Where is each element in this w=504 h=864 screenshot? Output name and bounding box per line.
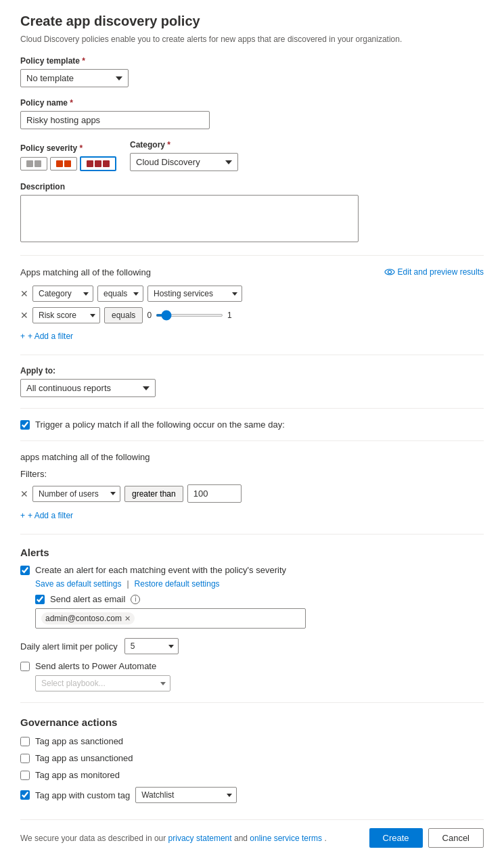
severity-medium-btn[interactable] — [50, 157, 77, 170]
daily-limit-row: Daily alert limit per policy 5 — [20, 638, 484, 654]
severity-label: Policy severity — [20, 143, 116, 153]
daily-limit-select[interactable]: 5 — [124, 638, 179, 654]
save-default-btn[interactable]: Save as default settings — [35, 579, 121, 589]
trigger-label: Trigger a policy match if all the follow… — [35, 419, 285, 430]
add-filter-icon-2: + — [20, 511, 25, 520]
cancel-button[interactable]: Cancel — [428, 828, 484, 848]
footer-and: and — [234, 834, 250, 843]
terms-link[interactable]: online service terms — [250, 834, 322, 843]
playbook-select[interactable]: Select playbook... — [35, 675, 170, 691]
governance-title: Governance actions — [20, 717, 484, 728]
email-value: admin@contoso.com — [45, 614, 122, 623]
power-automate-checkbox[interactable] — [20, 662, 30, 671]
severity-dot-7 — [103, 160, 110, 167]
footer-period: . — [324, 834, 326, 843]
page-subtitle: Cloud Discovery policies enable you to c… — [20, 35, 484, 44]
power-automate-label: Send alerts to Power Automate — [35, 661, 156, 671]
apply-to-label: Apply to: — [20, 366, 484, 376]
email-tag: admin@contoso.com ✕ — [41, 612, 135, 624]
create-alert-checkbox[interactable] — [20, 566, 30, 575]
unsanctioned-checkbox[interactable] — [20, 754, 30, 763]
trigger-checkbox[interactable] — [20, 420, 30, 430]
custom-tag-label: Tag app with custom tag — [35, 790, 130, 800]
save-restore-row: Save as default settings | Restore defau… — [35, 579, 484, 589]
page-title: Create app discovery policy — [20, 14, 484, 29]
governance-monitored: Tag app as monitored — [20, 770, 484, 780]
filter-category-field[interactable]: Category — [32, 286, 93, 302]
governance-sanctioned: Tag app as sanctioned — [20, 736, 484, 746]
filter-users-operator[interactable]: greater than — [124, 486, 183, 502]
filter-remove-category[interactable]: ✕ — [20, 288, 28, 299]
filter-row-users: ✕ Number of users greater than — [20, 484, 484, 503]
sanctioned-label: Tag app as sanctioned — [35, 736, 123, 746]
add-filter-icon: + — [20, 332, 25, 341]
daily-limit-label: Daily alert limit per policy — [20, 641, 118, 652]
policy-name-label: Policy name — [20, 98, 484, 108]
category-label: Category — [130, 140, 238, 150]
create-alert-row: Create an alert for each matching event … — [20, 565, 484, 575]
filter-remove-users[interactable]: ✕ — [20, 488, 28, 499]
send-email-label: Send alert as email — [50, 594, 125, 604]
severity-high-btn[interactable] — [80, 156, 116, 171]
filter-remove-risk[interactable]: ✕ — [20, 310, 28, 321]
filter-risk-operator: equals — [104, 307, 143, 323]
custom-tag-checkbox[interactable] — [20, 790, 30, 800]
filter-row-risk: ✕ Risk score equals 0 1 — [20, 307, 484, 323]
unsanctioned-label: Tag app as unsanctioned — [35, 753, 133, 763]
filter-users-field[interactable]: Number of users — [32, 486, 120, 502]
sanctioned-checkbox[interactable] — [20, 737, 30, 746]
description-label: Description — [20, 182, 484, 191]
category-select[interactable]: Cloud Discovery — [130, 153, 238, 171]
power-automate-row: Send alerts to Power Automate — [20, 661, 484, 671]
privacy-text: We secure your data as described in our — [20, 834, 166, 843]
send-email-checkbox[interactable] — [35, 595, 45, 604]
create-alert-label: Create an alert for each matching event … — [35, 565, 286, 575]
severity-dot-1 — [26, 160, 33, 167]
footer-buttons: Create Cancel — [369, 828, 484, 848]
severity-low-btn[interactable] — [20, 157, 47, 170]
footer-links: We secure your data as described in our … — [20, 834, 327, 843]
risk-score-slider[interactable] — [156, 314, 223, 317]
governance-unsanctioned: Tag app as unsanctioned — [20, 753, 484, 763]
apps-matching-title: Apps matching all of the following — [20, 267, 151, 277]
severity-dot-2 — [35, 160, 41, 167]
monitored-label: Tag app as monitored — [35, 770, 120, 780]
footer: We secure your data as described in our … — [20, 819, 484, 848]
policy-name-input[interactable] — [20, 111, 210, 129]
edit-preview-link[interactable]: Edit and preview results — [384, 267, 484, 277]
svg-point-1 — [388, 271, 391, 274]
filter-category-value[interactable]: Hosting services — [147, 286, 242, 302]
restore-default-btn[interactable]: Restore default settings — [135, 579, 220, 589]
severity-dot-6 — [95, 160, 101, 167]
severity-group — [20, 156, 116, 171]
email-remove-btn[interactable]: ✕ — [124, 614, 131, 623]
apps-matching-header: Apps matching all of the following Edit … — [20, 267, 484, 277]
alerts-title: Alerts — [20, 547, 484, 558]
severity-dot-4 — [64, 160, 71, 167]
filters-label: Filters: — [20, 469, 484, 479]
slider-max-val: 1 — [227, 311, 232, 320]
severity-dot-3 — [56, 160, 63, 167]
filter-row-category: ✕ Category equals Hosting services — [20, 286, 484, 302]
privacy-link[interactable]: privacy statement — [168, 834, 232, 843]
info-icon: i — [131, 595, 140, 604]
add-filter-btn-2[interactable]: + + Add a filter — [20, 508, 73, 523]
monitored-checkbox[interactable] — [20, 771, 30, 780]
watchlist-select[interactable]: Watchlist — [135, 787, 237, 803]
filter-risk-field[interactable]: Risk score — [32, 307, 100, 323]
filter-users-value[interactable] — [187, 484, 242, 503]
apps-matching-trigger-title: apps matching all of the following — [20, 452, 484, 462]
apply-to-select[interactable]: All continuous reports — [20, 379, 156, 397]
add-filter-btn-1[interactable]: + + Add a filter — [20, 329, 73, 344]
separator: | — [127, 579, 129, 589]
create-button[interactable]: Create — [369, 828, 423, 848]
alerts-section: Alerts Create an alert for each matching… — [20, 547, 484, 691]
policy-template-label: Policy template — [20, 56, 484, 66]
policy-template-select[interactable]: No template — [20, 69, 129, 87]
filter-category-operator[interactable]: equals — [97, 286, 143, 302]
severity-dot-5 — [87, 160, 93, 167]
description-textarea[interactable] — [20, 195, 359, 242]
governance-custom-tag: Tag app with custom tag Watchlist — [20, 787, 484, 803]
trigger-row: Trigger a policy match if all the follow… — [20, 419, 484, 430]
email-input-container[interactable]: admin@contoso.com ✕ — [35, 608, 306, 629]
